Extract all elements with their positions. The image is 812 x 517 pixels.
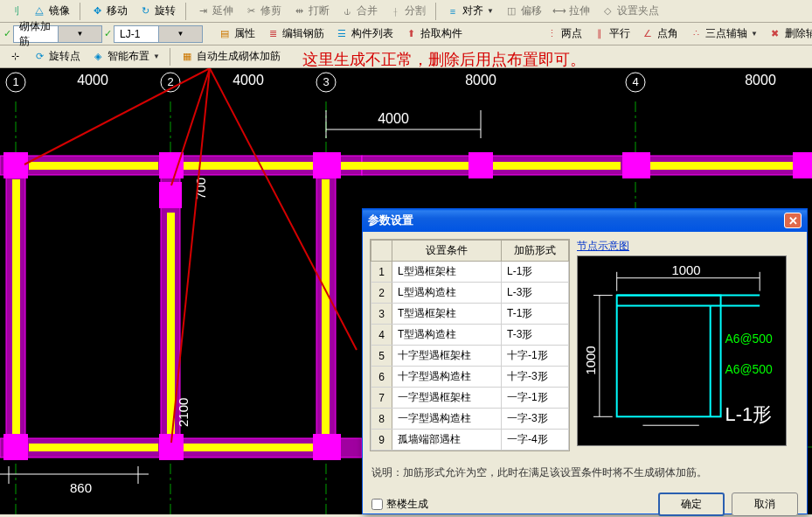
align-button[interactable]: ≡对齐▼ [441, 1, 498, 21]
cancel-button[interactable]: 取消 [732, 493, 798, 516]
autogen-button[interactable]: ▦自动生成砌体加筋 [176, 46, 285, 66]
main-toolbar-2: ✓ 砌体加筋▼ ✓ LJ-1▼ ▤属性 ≣编辑钢筋 ☰构件列表 ⬆拾取构件 ⋮两… [0, 23, 812, 45]
dimension-text: 2100 [176, 398, 191, 427]
axis-label: 3 [323, 75, 329, 88]
svg-rect-24 [184, 444, 313, 451]
svg-rect-23 [29, 444, 158, 451]
table-row[interactable]: 8一字型遇构造柱一字-3形 [371, 409, 569, 430]
svg-rect-33 [793, 152, 812, 178]
close-icon[interactable]: ✕ [784, 213, 802, 228]
svg-rect-20 [184, 162, 313, 170]
table-row[interactable]: 4T型遇构造柱T-3形 [371, 325, 569, 346]
dimension-text: 8000 [745, 73, 776, 87]
smart-button[interactable]: ◈智能布置▼ [87, 46, 164, 66]
checkmark-icon: ✓ [104, 27, 112, 41]
preview-diagram: 1000 1000 A6@500 A6@500 L-1形 [577, 255, 787, 446]
svg-rect-36 [313, 434, 341, 460]
dialog-description: 说明：加筋形式允许为空，此时在满足该设置条件时将不生成砌体加筋。 [363, 458, 807, 487]
dimension-text: 4000 [77, 73, 108, 87]
twopoint-button[interactable]: ⋮两点 [540, 24, 586, 44]
table-row[interactable]: 7一字型遇框架柱一字-1形 [371, 388, 569, 409]
partlist-button[interactable]: ☰构件列表 [330, 24, 398, 44]
type-combo[interactable]: 砌体加筋▼ [13, 25, 102, 43]
svg-line-41 [24, 68, 210, 164]
dimension-text: 4000 [232, 73, 264, 87]
col-cond: 设置条件 [392, 241, 502, 262]
svg-rect-32 [622, 152, 650, 178]
rotpt-button[interactable]: ⟳旋转点 [28, 46, 85, 66]
whole-floor-checkbox[interactable]: 整楼生成 [371, 497, 428, 512]
svg-rect-37 [159, 182, 182, 208]
svg-rect-31 [468, 152, 493, 178]
dim-w: 1000 [671, 263, 700, 277]
table-row[interactable]: 3T型遇框架柱T-1形 [371, 304, 569, 325]
svg-rect-25 [12, 179, 20, 435]
stretch-button[interactable]: ⟷拉伸 [548, 1, 594, 21]
split-button[interactable]: ⟊分割 [384, 1, 430, 21]
extend-button[interactable]: ⇥延伸 [191, 1, 238, 21]
editrebar-button[interactable]: ≣编辑钢筋 [261, 24, 329, 44]
refresh-icon[interactable]: 刂 [3, 2, 26, 21]
axis-label: 4 [632, 75, 638, 88]
axis-label: 1 [12, 75, 18, 88]
rebar-tag: A6@500 [725, 332, 773, 346]
table-row[interactable]: 2L型遇构造柱L-3形 [371, 283, 569, 304]
svg-rect-27 [322, 179, 330, 435]
trim-button[interactable]: ✂修剪 [239, 1, 286, 21]
dimension-text: 4000 [378, 111, 409, 126]
table-row[interactable]: 9孤墙端部遇柱一字-4形 [371, 430, 569, 451]
table-row[interactable]: 5十字型遇框架柱十字-1形 [371, 346, 569, 367]
table-row[interactable]: 1L型遇框架柱L-1形 [371, 262, 569, 283]
break-button[interactable]: ⇹打断 [288, 1, 334, 21]
delaux-button[interactable]: ✖删除辅轴 [764, 24, 812, 44]
point-button[interactable]: ⊹ [3, 47, 26, 66]
offset-button[interactable]: ◫偏移 [500, 1, 546, 21]
svg-rect-26 [167, 213, 175, 435]
shape-name: L-1形 [725, 403, 772, 425]
svg-rect-22 [650, 162, 812, 170]
merge-button[interactable]: ⫝合并 [336, 1, 382, 21]
attr-button[interactable]: ▤属性 [213, 24, 260, 44]
dialog-titlebar[interactable]: 参数设置 ✕ [363, 209, 807, 232]
table-row[interactable]: 6十字型遇构造柱十字-3形 [371, 367, 569, 388]
dialog-title-text: 参数设置 [368, 213, 413, 228]
settings-grid[interactable]: 设置条件加筋形式 1L型遇框架柱L-1形2L型遇构造柱L-3形3T型遇框架柱T-… [370, 239, 570, 451]
dim-h: 1000 [584, 346, 598, 374]
name-combo[interactable]: LJ-1▼ [114, 25, 203, 43]
annotation-text: 这里生成不正常，删除后用点布置即可。 [302, 49, 586, 70]
svg-rect-45 [617, 296, 721, 417]
dimension-text: 700 [193, 178, 208, 199]
dimension-text: 8000 [465, 73, 496, 87]
col-form: 加筋形式 [502, 241, 569, 262]
threepoint-button[interactable]: ∴三点辅轴▼ [684, 24, 762, 44]
pick-button[interactable]: ⬆拾取构件 [399, 24, 467, 44]
rebar-tag: A6@500 [725, 362, 773, 376]
svg-rect-29 [159, 152, 184, 178]
checkmark-icon: ✓ [3, 27, 11, 41]
dimension-text: 860 [70, 480, 92, 495]
preview-label: 节点示意图 [577, 239, 800, 254]
svg-rect-30 [313, 152, 341, 178]
parallel-button[interactable]: ∥平行 [588, 24, 635, 44]
setgrip-button[interactable]: ◇设置夹点 [596, 1, 663, 21]
pointangle-button[interactable]: ∠点角 [636, 24, 683, 44]
rotate-button[interactable]: ↻旋转 [134, 1, 180, 21]
ok-button[interactable]: 确定 [658, 493, 725, 516]
svg-rect-34 [3, 434, 28, 460]
main-toolbar-1: 刂 ⧋镜像 ✥移动 ↻旋转 ⇥延伸 ✂修剪 ⇹打断 ⫝合并 ⟊分割 ≡对齐▼ ◫… [0, 0, 812, 23]
param-dialog: 参数设置 ✕ 设置条件加筋形式 1L型遇框架柱L-1形2L型遇构造柱L-3形3T… [362, 208, 808, 514]
move-button[interactable]: ✥移动 [86, 1, 132, 21]
svg-rect-19 [29, 162, 158, 170]
svg-rect-28 [3, 152, 28, 178]
